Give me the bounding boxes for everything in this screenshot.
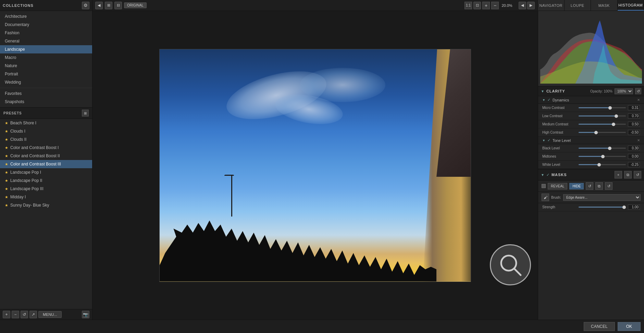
opacity-select[interactable]: 100% 75% 50% bbox=[615, 88, 633, 94]
low-contrast-thumb[interactable] bbox=[615, 114, 618, 118]
high-contrast-track[interactable] bbox=[579, 132, 626, 133]
tone-level-check[interactable]: ✓ bbox=[547, 138, 550, 143]
zoom-out-button[interactable]: − bbox=[491, 2, 499, 9]
dynamics-collapse-arrow[interactable]: ▼ bbox=[542, 98, 545, 102]
masks-reset-button[interactable]: ↺ bbox=[634, 171, 641, 178]
fit-button[interactable]: ⊡ bbox=[473, 2, 481, 9]
tone-level-collapse-arrow[interactable]: ▼ bbox=[542, 139, 545, 142]
hide-button[interactable]: HIDE bbox=[569, 183, 584, 189]
preset-label-midday-i: Midday I bbox=[10, 195, 26, 199]
micro-contrast-track[interactable] bbox=[579, 107, 626, 108]
black-level-thumb[interactable] bbox=[608, 147, 611, 150]
medium-contrast-track[interactable] bbox=[579, 124, 626, 125]
collection-item-favorites[interactable]: Favorites bbox=[0, 89, 92, 98]
medium-contrast-thumb[interactable] bbox=[612, 123, 615, 126]
presets-scroll-container[interactable]: ★ Beach Shore I ★ Clouds I ★ Clouds II ★… bbox=[0, 119, 92, 309]
dynamics-delete-button[interactable]: ✕ bbox=[637, 98, 640, 102]
brush-tool-button[interactable]: 🖌 bbox=[542, 194, 549, 201]
camera-button[interactable]: 📷 bbox=[82, 311, 89, 318]
toolbar-left: COLLECTIONS ⚙ bbox=[0, 0, 92, 11]
tab-mask[interactable]: MASK bbox=[591, 0, 618, 11]
midtones-value[interactable] bbox=[628, 154, 640, 159]
preset-item-ccb-iii[interactable]: ★ Color and Contrast Boost III bbox=[0, 160, 92, 168]
mask-reset2-button[interactable]: ↺ bbox=[605, 182, 612, 190]
white-level-thumb[interactable] bbox=[597, 163, 601, 166]
collection-item-documentary[interactable]: Documentary bbox=[0, 21, 92, 29]
micro-contrast-thumb[interactable] bbox=[608, 106, 612, 110]
masks-check[interactable]: ✓ bbox=[546, 173, 549, 177]
preset-item-lp-iii[interactable]: ★ Landscape Pop III bbox=[0, 185, 92, 193]
preset-item-midday-i[interactable]: ★ Midday I bbox=[0, 193, 92, 201]
preset-item-lp-i[interactable]: ★ Landscape Pop I bbox=[0, 168, 92, 176]
presets-list: ★ Beach Shore I ★ Clouds I ★ Clouds II ★… bbox=[0, 119, 92, 209]
preset-star-clouds-ii: ★ bbox=[5, 137, 8, 142]
presets-grid-button[interactable]: ⊞ bbox=[82, 110, 89, 116]
rotate-preset-button[interactable]: ↺ bbox=[21, 311, 28, 318]
export-preset-button[interactable]: ↗ bbox=[29, 311, 37, 318]
masks-collapse-arrow[interactable]: ▼ bbox=[541, 173, 544, 177]
high-contrast-value[interactable] bbox=[628, 130, 640, 135]
collection-item-wedding[interactable]: Wedding bbox=[0, 78, 92, 86]
medium-contrast-fill bbox=[579, 124, 612, 125]
low-contrast-track[interactable] bbox=[579, 115, 626, 116]
tone-level-delete-button[interactable]: ✕ bbox=[637, 138, 640, 142]
black-level-value[interactable] bbox=[628, 146, 640, 151]
delete-preset-button[interactable]: − bbox=[12, 311, 19, 318]
prev-arrow-button[interactable]: ◀ bbox=[95, 2, 103, 9]
image-next-button[interactable]: ▶ bbox=[527, 2, 535, 9]
clarity-reset-button[interactable]: ↺ bbox=[635, 88, 641, 94]
menu-button[interactable]: MENU... bbox=[38, 311, 62, 318]
reveal-button[interactable]: REVEAL bbox=[548, 183, 567, 189]
high-contrast-thumb[interactable] bbox=[594, 131, 598, 134]
cancel-button[interactable]: CANCEL bbox=[584, 322, 615, 331]
preset-item-ccb-ii[interactable]: ★ Color and Contrast Boost II bbox=[0, 152, 92, 160]
preset-label-lp-iii: Landscape Pop III bbox=[10, 186, 44, 191]
preset-item-ccb-i[interactable]: ★ Color and Contrast Boost I bbox=[0, 144, 92, 152]
preset-item-beach-shore-i[interactable]: ★ Beach Shore I bbox=[0, 119, 92, 127]
midtones-thumb[interactable] bbox=[601, 155, 605, 158]
clarity-collapse-arrow[interactable]: ▼ bbox=[541, 89, 544, 93]
brush-select[interactable]: Edge Aware... Normal bbox=[563, 194, 641, 201]
zoom-in-button[interactable]: + bbox=[482, 2, 490, 9]
masks-copy-button[interactable]: ⧉ bbox=[624, 171, 632, 178]
collection-item-fashion[interactable]: Fashion bbox=[0, 29, 92, 37]
add-preset-button[interactable]: + bbox=[3, 311, 10, 318]
ok-button[interactable]: OK bbox=[618, 322, 641, 331]
collection-item-snapshots[interactable]: Snapshots bbox=[0, 98, 92, 106]
image-prev-button[interactable]: ◀ bbox=[519, 2, 526, 9]
tab-navigator[interactable]: NAVIGATOR bbox=[538, 0, 565, 11]
mask-copy2-button[interactable]: ⧉ bbox=[595, 182, 603, 190]
mask-arrow-button[interactable]: ↺ bbox=[586, 182, 593, 190]
medium-contrast-value[interactable] bbox=[628, 122, 640, 127]
collection-item-macro[interactable]: Macro bbox=[0, 53, 92, 62]
preset-item-clouds-ii[interactable]: ★ Clouds II bbox=[0, 135, 92, 144]
collection-item-portrait[interactable]: Portrait bbox=[0, 70, 92, 78]
strength-thumb[interactable] bbox=[622, 206, 626, 209]
tab-histogram[interactable]: HISTOGRAM bbox=[618, 0, 644, 11]
collection-item-architecture[interactable]: Architecture bbox=[0, 12, 92, 21]
reveal-checkbox[interactable] bbox=[542, 184, 546, 188]
white-level-track[interactable] bbox=[579, 164, 626, 165]
strength-value[interactable] bbox=[628, 205, 640, 210]
black-level-track[interactable] bbox=[579, 148, 626, 149]
zoom-1to1-button[interactable]: 1:1 bbox=[465, 2, 472, 9]
dynamics-check[interactable]: ✓ bbox=[547, 98, 550, 102]
preset-item-clouds-i[interactable]: ★ Clouds I bbox=[0, 127, 92, 135]
toolbar-center: ◀ ⊞ ⊟ ORIGINAL 1:1 ⊡ + − 20.0% ◀ ▶ bbox=[92, 0, 538, 11]
masks-add-button[interactable]: + bbox=[615, 171, 622, 178]
high-contrast-fill bbox=[579, 132, 595, 133]
single-view-button[interactable]: ⊞ bbox=[105, 2, 112, 9]
strength-track[interactable] bbox=[579, 207, 626, 208]
preset-item-sunny-day[interactable]: ★ Sunny Day- Blue Sky bbox=[0, 201, 92, 209]
collection-item-general[interactable]: General bbox=[0, 37, 92, 45]
low-contrast-value[interactable] bbox=[628, 113, 640, 119]
gear-button[interactable]: ⚙ bbox=[82, 2, 89, 9]
collection-item-nature[interactable]: Nature bbox=[0, 62, 92, 70]
micro-contrast-value[interactable] bbox=[628, 105, 640, 110]
midtones-track[interactable] bbox=[579, 156, 626, 157]
tab-loupe[interactable]: LOUPE bbox=[565, 0, 591, 11]
white-level-value[interactable] bbox=[628, 162, 640, 167]
collection-item-landscape[interactable]: Landscape bbox=[0, 45, 92, 53]
split-view-button[interactable]: ⊟ bbox=[114, 2, 122, 9]
preset-item-lp-ii[interactable]: ★ Landscape Pop II bbox=[0, 176, 92, 185]
